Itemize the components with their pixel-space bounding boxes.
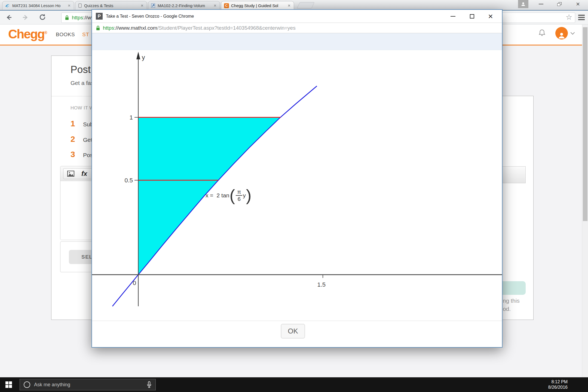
search-placeholder: Ask me anything	[34, 382, 143, 388]
popup-close-button[interactable]: ×	[482, 10, 499, 23]
x-tick-label-15: 1.5	[317, 281, 326, 288]
caption-line-2: od.	[503, 306, 511, 312]
wave-favicon-icon	[5, 4, 10, 8]
notifications-button[interactable]	[538, 29, 546, 37]
y-axis-arrow	[136, 52, 140, 59]
restore-icon	[557, 2, 562, 6]
browser-tab-strip: MAT231 34084 Lesson Ho × Quizzes & Tests…	[0, 0, 588, 10]
scrollbar-track	[582, 24, 588, 377]
tab-title: MA102-2.2-Finding-Volum	[158, 3, 211, 8]
chevron-down-icon[interactable]	[571, 30, 575, 35]
fraction-pi-over-6: π 6	[236, 189, 242, 202]
avatar-person-icon	[558, 31, 566, 39]
menu-button[interactable]	[578, 15, 585, 20]
volume-region-graph: y 1 0.5 0 1.5	[92, 33, 502, 347]
desktop: MAT231 34084 Lesson Ho × Quizzes & Tests…	[0, 0, 588, 392]
close-icon: ×	[488, 12, 493, 20]
close-icon: ×	[576, 1, 580, 7]
tab-chegg-active[interactable]: C Chegg Study | Guided Sol ×	[221, 1, 294, 10]
minimize-icon	[539, 4, 543, 4]
equation-lhs: x =	[206, 192, 213, 199]
tab-mat231[interactable]: MAT231 34084 Lesson Ho ×	[2, 1, 74, 10]
chegg-logo[interactable]: Chegg®	[8, 27, 47, 41]
open-paren: (	[229, 183, 235, 208]
close-button[interactable]: ×	[571, 0, 585, 8]
cortana-search-box[interactable]: Ask me anything	[20, 379, 156, 390]
minimize-icon	[451, 16, 455, 17]
forward-icon	[21, 13, 29, 22]
time-text: 8:12 PM	[540, 379, 568, 385]
tab-quizzes[interactable]: Quizzes & Tests ×	[75, 1, 147, 10]
new-tab-button[interactable]	[297, 2, 315, 8]
nav-study[interactable]: ST	[82, 32, 89, 38]
insert-image-button[interactable]	[67, 171, 74, 177]
reload-icon	[39, 13, 46, 21]
y-axis-label: y	[142, 54, 145, 61]
equation-fn: 2 tan	[217, 192, 229, 199]
avatar[interactable]	[555, 27, 568, 39]
popup-maximize-button[interactable]	[464, 10, 480, 23]
back-button[interactable]	[5, 13, 13, 22]
step-number: 1	[71, 119, 83, 128]
popup-title-bar[interactable]: P Take a Test - Seven Orozco - Google Ch…	[92, 10, 502, 23]
lock-icon	[96, 25, 100, 31]
curve-equation-label: x = 2 tan ( π 6 y )	[206, 182, 252, 209]
taskbar-clock[interactable]: 8:12 PM 8/26/2016	[540, 379, 568, 390]
image-icon	[67, 171, 74, 177]
y-tick-label-1: 1	[130, 114, 133, 121]
origin-label: 0	[133, 280, 136, 286]
windows-logo-icon	[5, 381, 12, 388]
page-favicon-icon	[78, 3, 82, 8]
forward-button[interactable]	[21, 13, 29, 22]
ok-button[interactable]: OK	[281, 324, 305, 338]
lock-icon	[65, 15, 69, 20]
person-icon	[520, 1, 526, 7]
maximize-icon	[470, 14, 474, 19]
restore-button[interactable]	[553, 0, 566, 8]
windows-taskbar: Ask me anything e	[0, 377, 588, 392]
start-button[interactable]	[0, 377, 17, 392]
tab-close-icon[interactable]: ×	[67, 3, 71, 8]
tab-title: Quizzes & Tests	[84, 3, 138, 8]
equation-arg: y	[243, 192, 246, 199]
doc-arrow-favicon-icon	[151, 3, 155, 8]
minimize-button[interactable]	[534, 0, 548, 8]
divider	[92, 321, 502, 321]
tab-close-icon[interactable]: ×	[213, 3, 217, 8]
tab-close-icon[interactable]: ×	[287, 3, 291, 8]
tab-ma102[interactable]: MA102-2.2-Finding-Volum ×	[148, 1, 220, 10]
back-icon	[5, 13, 13, 22]
caption-line-1: ng this	[503, 298, 520, 304]
date-text: 8/26/2016	[540, 385, 568, 390]
bookmark-star-icon[interactable]: ☆	[566, 13, 572, 22]
chegg-favicon-icon: C	[224, 3, 229, 8]
take-a-test-popup-window: P Take a Test - Seven Orozco - Google Ch…	[91, 9, 503, 348]
player-top-band	[92, 33, 502, 50]
popup-window-title: Take a Test - Seven Orozco - Google Chro…	[106, 14, 194, 19]
step-number: 2	[71, 134, 83, 144]
y-tick-label-05: 0.5	[124, 177, 133, 184]
bell-icon	[538, 29, 546, 37]
popup-minimize-button[interactable]	[445, 10, 461, 23]
reload-button[interactable]	[39, 13, 46, 21]
tab-title: Chegg Study | Guided Sol	[231, 3, 285, 8]
test-player-content: y 1 0.5 0 1.5 x = 2 tan ( π 6 y ) OK	[92, 33, 502, 347]
popup-url-bar[interactable]: https://www.mathxl.com/Student/PlayerTes…	[92, 23, 502, 33]
math-formula-button[interactable]: fx	[81, 170, 87, 177]
pearson-favicon-icon: P	[96, 13, 103, 20]
tab-title: MAT231 34084 Lesson Ho	[12, 3, 65, 8]
close-paren: )	[246, 183, 252, 208]
popup-url-text: https://www.mathxl.com/Student/PlayerTes…	[103, 25, 296, 31]
cortana-icon	[24, 381, 30, 388]
hamburger-icon	[578, 15, 585, 20]
microphone-icon	[147, 381, 152, 388]
tab-close-icon[interactable]: ×	[140, 3, 144, 8]
profile-button[interactable]	[518, 0, 528, 8]
nav-books[interactable]: BOOKS	[56, 32, 75, 38]
step-number: 3	[71, 150, 83, 159]
scrollbar-thumb[interactable]	[583, 27, 587, 221]
